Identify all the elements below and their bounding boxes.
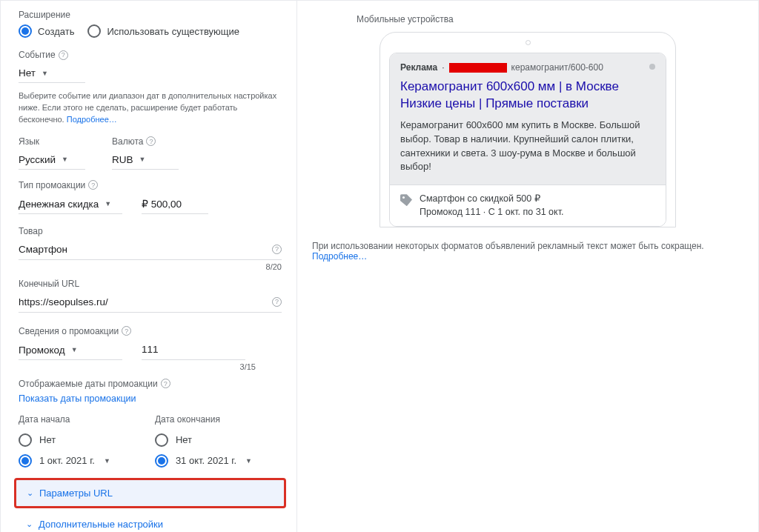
product-input[interactable]: Смартфон ? [19, 241, 282, 260]
redacted-block [449, 63, 507, 73]
chevron-down-icon: ▼ [105, 200, 111, 207]
radio-icon [19, 24, 32, 38]
final-url-input[interactable]: https://seopulses.ru/ ? [19, 293, 282, 313]
ad-label: Реклама [400, 62, 437, 73]
preview-note: При использовании некоторых форматов объ… [312, 241, 743, 262]
chevron-down-icon: ▼ [71, 346, 78, 353]
date-end-label: Дата окончания [155, 414, 252, 425]
extension-radio-group: Создать Использовать существующие [19, 24, 282, 38]
promo-type-label: Тип промоакции ? [19, 180, 282, 190]
radio-use-existing[interactable]: Использовать существующие [87, 24, 239, 38]
preview-title: Мобильные устройства [357, 14, 743, 24]
date-start-value[interactable]: 1 окт. 2021 г. ▼ [19, 454, 110, 468]
url-params-expander[interactable]: ⌄ Параметры URL [14, 478, 286, 508]
promo-details-label: Сведения о промоакции ? [19, 326, 282, 336]
product-label: Товар [19, 226, 282, 236]
date-start-group: Дата начала Нет 1 окт. 2021 г. ▼ [19, 414, 110, 468]
promo-amount-input[interactable]: ₽ 500,00 [142, 195, 208, 214]
radio-create[interactable]: Создать [19, 24, 74, 38]
radio-icon [155, 433, 168, 447]
help-icon[interactable]: ? [122, 326, 131, 336]
form-panel: Расширение Создать Использовать существу… [1, 1, 297, 532]
promo-code-input[interactable] [142, 341, 245, 360]
chevron-down-icon: ▼ [42, 70, 48, 77]
ad-promotion-extension: Смартфон со скидкой 500 ₽ Промокод 111 ·… [390, 184, 666, 226]
radio-icon [87, 24, 101, 38]
radio-icon [19, 454, 32, 468]
shown-dates-label: Отображаемые даты промоакции ? [19, 379, 282, 389]
date-end-value[interactable]: 31 окт. 2021 г. ▼ [155, 454, 252, 468]
radio-icon [155, 454, 168, 468]
help-icon[interactable]: ? [161, 379, 170, 388]
language-select[interactable]: Русский ▼ [19, 151, 85, 170]
date-end-group: Дата окончания Нет 31 окт. 2021 г. ▼ [155, 414, 252, 468]
language-label: Язык [19, 136, 85, 147]
chevron-down-icon: ▼ [104, 457, 110, 465]
ad-description: Керамогранит 600x600 мм купить в Москве.… [400, 119, 655, 174]
chevron-down-icon: ⌄ [26, 519, 33, 529]
show-dates-link[interactable]: Показать даты промоакции [19, 393, 282, 404]
extension-label: Расширение [19, 10, 282, 20]
radio-icon [19, 433, 32, 447]
help-icon[interactable]: ? [272, 245, 282, 254]
chevron-down-icon: ▼ [139, 156, 146, 163]
date-end-none[interactable]: Нет [155, 433, 252, 447]
help-icon[interactable]: ? [272, 297, 282, 307]
help-icon[interactable]: ? [59, 50, 68, 60]
learn-more-link[interactable]: Подробнее… [312, 251, 367, 262]
chevron-down-icon: ▼ [62, 156, 68, 163]
promo-type-select[interactable]: Денежная скидка ▼ [19, 196, 122, 214]
ad-display-path: керамогранит/600-600 [511, 62, 603, 73]
help-icon[interactable]: ? [146, 136, 156, 146]
product-counter: 8/20 [19, 262, 282, 271]
mobile-device-frame: Реклама · керамогранит/600-600 Керамогра… [380, 32, 676, 227]
info-dot-icon [649, 64, 655, 70]
promo-details-select[interactable]: Промокод ▼ [19, 342, 122, 360]
help-icon[interactable]: ? [88, 180, 98, 190]
date-start-label: Дата начала [19, 414, 110, 425]
event-label: Событие ? [19, 50, 282, 60]
final-url-label: Конечный URL [19, 279, 282, 289]
event-hint: Выберите событие или диапазон дат в допо… [19, 90, 282, 126]
preview-panel: Мобильные устройства Реклама · керамогра… [297, 1, 758, 532]
radio-create-label: Создать [38, 26, 74, 37]
currency-select[interactable]: RUB ▼ [112, 151, 179, 170]
advanced-settings-expander[interactable]: ⌄ Дополнительные настройки [19, 510, 282, 532]
ad-headline: Керамогранит 600x600 мм | в Москве Низки… [400, 79, 655, 113]
ad-preview-card: Реклама · керамогранит/600-600 Керамогра… [389, 53, 666, 227]
editor-container: Расширение Создать Использовать существу… [0, 0, 759, 532]
promo-code-counter: 3/15 [19, 362, 256, 371]
radio-existing-label: Использовать существующие [107, 26, 239, 37]
promo-line-2: Промокод 111 · С 1 окт. по 31 окт. [420, 206, 563, 219]
currency-label: Валюта ? [112, 136, 179, 147]
event-select[interactable]: Нет ▼ [19, 64, 85, 83]
date-start-none[interactable]: Нет [19, 433, 110, 447]
tag-icon [400, 194, 412, 206]
device-speaker-icon [526, 40, 531, 45]
chevron-down-icon: ▼ [245, 457, 252, 465]
promo-line-1: Смартфон со скидкой 500 ₽ [420, 193, 563, 206]
learn-more-link[interactable]: Подробнее… [67, 115, 117, 124]
chevron-down-icon: ⌄ [27, 488, 33, 498]
